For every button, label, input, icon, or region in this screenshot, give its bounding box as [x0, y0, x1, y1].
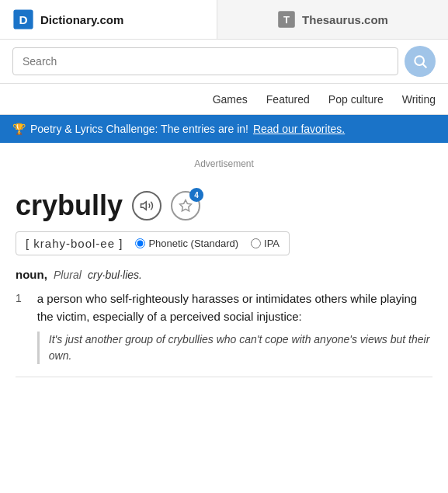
svg-marker-7 [180, 200, 192, 211]
thesaurus-logo-text: Thesaurus.com [302, 13, 388, 26]
definition-block-1: 1 a person who self-righteously harasses… [16, 290, 432, 364]
speaker-icon [140, 199, 154, 213]
search-icon [412, 54, 428, 69]
ipa-radio[interactable] [251, 238, 261, 248]
ipa-radio-group: IPA [251, 238, 280, 249]
syllables: cry·bul·lies. [88, 269, 142, 281]
nav-item-writing[interactable]: Writing [402, 93, 436, 106]
pos-word: noun, [16, 268, 47, 281]
word-heading: crybully 4 [16, 189, 432, 222]
star-button[interactable]: 4 [171, 191, 200, 220]
svg-marker-6 [141, 202, 147, 210]
svg-text:D: D [19, 13, 27, 26]
thesaurus-icon: T [277, 10, 296, 29]
nav-item-featured[interactable]: Featured [266, 93, 310, 106]
main-content: crybully 4 [ krahy-bool-ee ] Phonetic (S… [0, 177, 448, 402]
search-button[interactable] [405, 46, 436, 77]
star-icon [179, 199, 193, 213]
thesaurus-logo-area[interactable]: T Thesaurus.com [217, 0, 448, 39]
svg-point-4 [415, 56, 424, 65]
nav-item-pop-culture[interactable]: Pop culture [328, 93, 384, 106]
ad-label: Advertisement [194, 158, 254, 169]
dictionary-logo-area[interactable]: D Dictionary.com [0, 0, 217, 39]
nav-item-games[interactable]: Games [213, 93, 248, 106]
banner-link[interactable]: Read our favorites. [253, 123, 345, 135]
phonetic-text: [ krahy-bool-ee ] [26, 237, 123, 250]
phonetic-standard-radio[interactable] [135, 238, 145, 248]
def-content-1: a person who self-righteously harasses o… [37, 290, 432, 364]
svg-line-5 [423, 64, 427, 68]
star-badge: 4 [189, 188, 203, 202]
dictionary-logo-text: Dictionary.com [40, 13, 123, 26]
search-bar [0, 40, 448, 84]
phonetic-radio-group: Phonetic (Standard) [135, 238, 238, 249]
nav-bar: Games Featured Pop culture Writing [0, 84, 448, 115]
banner-emoji: 🏆 [12, 123, 26, 135]
phonetic-standard-label: Phonetic (Standard) [148, 238, 238, 249]
pos-plural-label: Plural [54, 269, 82, 281]
header: D Dictionary.com T Thesaurus.com [0, 0, 448, 40]
divider [16, 377, 432, 377]
ipa-label: IPA [264, 238, 280, 249]
example-quote-1: It's just another group of crybullies wh… [37, 332, 432, 364]
dictionary-icon: D [12, 9, 34, 30]
ad-area: Advertisement [0, 143, 448, 177]
def-text-1: a person who self-righteously harasses o… [37, 292, 417, 323]
svg-text:T: T [283, 14, 290, 26]
banner-text: Poetry & Lyrics Challenge: The entries a… [30, 123, 248, 135]
sound-button[interactable] [132, 191, 161, 220]
def-number-1: 1 [16, 292, 22, 364]
pos-line: noun, Plural cry·bul·lies. [16, 268, 432, 281]
pronunciation-bar: [ krahy-bool-ee ] Phonetic (Standard) IP… [16, 231, 290, 255]
search-input[interactable] [12, 47, 398, 75]
word-title: crybully [16, 189, 123, 222]
banner: 🏆 Poetry & Lyrics Challenge: The entries… [0, 115, 448, 143]
